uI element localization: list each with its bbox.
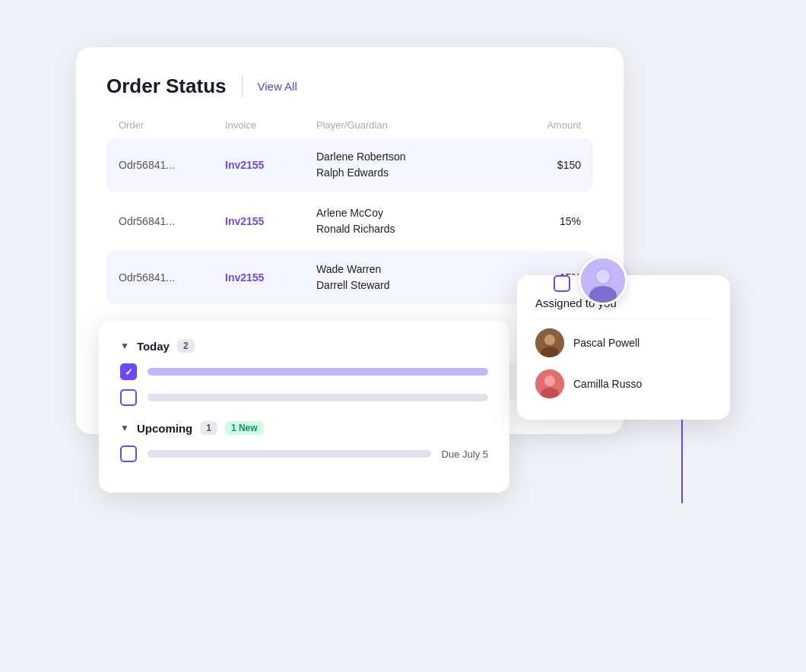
dropdown-person-2[interactable]: Camilla Russo [535, 363, 712, 404]
card-header: Order Status View All [106, 74, 593, 98]
dropdown-person-1[interactable]: Pascal Powell [535, 322, 712, 363]
card-title: Order Status [106, 74, 227, 98]
task-item-2 [120, 389, 488, 406]
assigned-to-you-item[interactable]: Assigned to you [535, 290, 712, 319]
task-item-upcoming: Due July 5 [120, 445, 488, 462]
amount: 15% [505, 215, 581, 227]
task-checkbox-1[interactable] [120, 363, 137, 380]
avatar-pascal [535, 328, 564, 357]
avatar-camilla [535, 369, 564, 398]
upcoming-count-badge: 1 [200, 421, 217, 435]
table-header: Order Invoice Player/Guardian Amount [106, 119, 593, 138]
person-name-camilla: Camilla Russo [573, 378, 642, 390]
svg-point-3 [596, 270, 610, 284]
table-row: Odr56841... Inv2155 Darlene RobertsonRal… [106, 138, 593, 192]
svg-point-5 [544, 334, 555, 345]
amount: $150 [505, 159, 581, 171]
task-checkbox-2[interactable] [120, 389, 137, 406]
header-divider [242, 76, 243, 97]
task-bar-2 [148, 394, 488, 401]
table-row: Odr56841... Inv2155 Arlene McCoyRonald R… [106, 195, 593, 248]
col-order: Order [119, 119, 225, 131]
view-all-link[interactable]: View All [258, 80, 297, 93]
svg-point-2 [589, 286, 617, 305]
col-invoice: Invoice [225, 119, 316, 131]
order-id: Odr56841... [119, 159, 225, 171]
today-badge: 2 [177, 339, 195, 353]
task-due-date: Due July 5 [442, 449, 488, 460]
upcoming-task-checkbox[interactable] [120, 445, 137, 462]
order-id: Odr56841... [119, 215, 225, 227]
upcoming-task-bar [148, 450, 431, 458]
player-names: Arlene McCoyRonald Richards [316, 205, 505, 237]
floating-checkbox[interactable] [554, 275, 570, 292]
invoice-id[interactable]: Inv2155 [225, 271, 316, 284]
upcoming-label: Upcoming [137, 422, 192, 435]
order-id: Odr56841... [119, 271, 225, 284]
upcoming-chevron-icon[interactable]: ▼ [120, 423, 129, 433]
tasks-panel: ▼ Today 2 ▼ Upcoming 1 1 New Due July 5 [99, 321, 509, 493]
today-label: Today [137, 340, 170, 353]
person-name-pascal: Pascal Powell [573, 337, 639, 349]
invoice-id[interactable]: Inv2155 [225, 159, 316, 171]
player-names: Wade WarrenDarrell Steward [316, 262, 505, 293]
avatar-main [579, 256, 627, 305]
task-item-1 [120, 363, 488, 380]
player-names: Darlene RobertsonRalph Edwards [316, 149, 505, 181]
svg-point-8 [544, 376, 555, 386]
col-amount: Amount [505, 119, 581, 131]
today-section-header: ▼ Today 2 [120, 339, 488, 353]
today-chevron-icon[interactable]: ▼ [120, 341, 129, 351]
upcoming-new-badge: 1 New [225, 421, 264, 435]
invoice-id[interactable]: Inv2155 [225, 215, 316, 227]
col-player: Player/Guardian [316, 119, 505, 131]
task-bar-1 [148, 368, 488, 376]
upcoming-section-header: ▼ Upcoming 1 1 New [120, 421, 488, 435]
dropdown-panel: Assigned to you Pascal Powell Camilla [517, 275, 730, 420]
